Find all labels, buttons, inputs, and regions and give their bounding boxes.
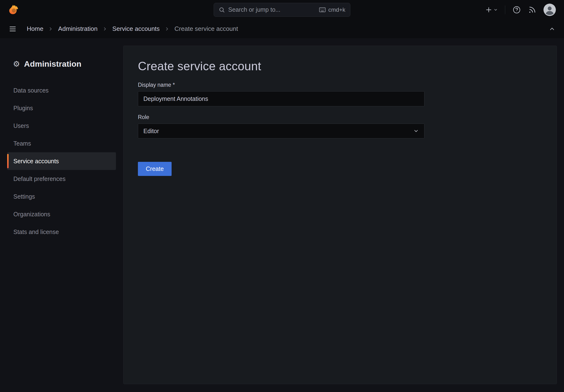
breadcrumb-current-page: Create service account	[175, 25, 238, 32]
content-area: ⚙ Administration Data sources Plugins Us…	[0, 38, 564, 392]
sidebar-item-organizations[interactable]: Organizations	[7, 205, 116, 223]
gear-icon: ⚙	[13, 59, 20, 69]
sidebar-item-teams[interactable]: Teams	[7, 135, 116, 152]
role-selected-value: Editor	[143, 128, 159, 135]
page-title: Create service account	[138, 59, 542, 73]
grafana-logo[interactable]	[8, 4, 19, 15]
chevron-down-icon	[413, 128, 419, 134]
sidebar-item-label: Teams	[14, 140, 31, 147]
search-box[interactable]: cmd+k	[214, 3, 350, 17]
display-name-input[interactable]	[138, 91, 425, 106]
search-icon	[219, 7, 225, 13]
sidebar-item-default-preferences[interactable]: Default preferences	[7, 170, 116, 188]
avatar[interactable]	[543, 4, 556, 16]
plus-icon	[485, 6, 493, 14]
chevron-right-icon	[48, 26, 53, 31]
help-icon	[512, 5, 521, 14]
sidebar-item-label: Data sources	[14, 87, 49, 94]
chevron-up-icon	[549, 26, 555, 32]
create-service-account-panel: Create service account Display name * Ro…	[123, 46, 557, 384]
role-select[interactable]: Editor	[138, 124, 425, 138]
sidebar-item-label: Plugins	[14, 105, 33, 112]
sidebar-header: ⚙ Administration	[7, 38, 116, 69]
sidebar-title: Administration	[24, 59, 82, 69]
top-bar: cmd+k	[0, 0, 564, 19]
user-icon	[543, 4, 556, 16]
breadcrumb-bar: Home Administration Service accounts Cre…	[0, 19, 564, 38]
help-button[interactable]	[512, 5, 521, 14]
breadcrumb-item-home: Home	[27, 25, 43, 32]
sidebar-item-users[interactable]: Users	[7, 117, 116, 135]
breadcrumb: Home Administration Service accounts Cre…	[27, 25, 238, 32]
role-field-group: Role Editor	[138, 114, 542, 138]
news-button[interactable]	[528, 6, 536, 14]
menu-toggle-button[interactable]	[9, 25, 17, 33]
sidebar-item-label: Organizations	[14, 211, 50, 218]
search-shortcut: cmd+k	[319, 6, 345, 13]
breadcrumb-item-administration: Administration	[58, 25, 97, 32]
sidebar-item-service-accounts[interactable]: Service accounts	[7, 152, 116, 170]
search-wrap: cmd+k	[214, 3, 350, 17]
grafana-flame-icon	[8, 4, 19, 15]
sidebar-item-plugins[interactable]: Plugins	[7, 99, 116, 117]
topbar-divider	[505, 5, 505, 14]
collapse-header-button[interactable]	[549, 26, 555, 32]
sidebar-item-data-sources[interactable]: Data sources	[7, 82, 116, 99]
sidebar-item-label: Service accounts	[14, 158, 59, 165]
sidebar-item-label: Stats and license	[14, 228, 59, 236]
search-input[interactable]	[228, 6, 316, 13]
administration-sidebar: ⚙ Administration Data sources Plugins Us…	[7, 38, 116, 241]
sidebar-nav: Data sources Plugins Users Teams Service…	[7, 82, 116, 241]
sidebar-item-stats-and-license[interactable]: Stats and license	[7, 223, 116, 241]
chevron-right-icon	[102, 26, 108, 31]
topbar-actions	[485, 4, 556, 16]
create-button[interactable]: Create	[138, 162, 172, 176]
add-menu-button[interactable]	[485, 6, 498, 14]
breadcrumb-link-administration[interactable]: Administration	[58, 25, 97, 32]
sidebar-item-label: Settings	[14, 193, 35, 200]
rss-icon	[528, 6, 536, 14]
sidebar-item-settings[interactable]: Settings	[7, 188, 116, 205]
menu-icon	[9, 25, 17, 33]
keyboard-icon	[319, 6, 326, 13]
display-name-label: Display name *	[138, 82, 542, 88]
breadcrumb-item-service-accounts: Service accounts	[112, 25, 160, 32]
chevron-right-icon	[165, 26, 170, 31]
search-shortcut-label: cmd+k	[328, 6, 345, 13]
chevron-down-icon	[494, 8, 498, 12]
sidebar-item-label: Users	[14, 122, 29, 129]
display-name-field-group: Display name *	[138, 82, 542, 106]
breadcrumb-link-service-accounts[interactable]: Service accounts	[112, 25, 160, 32]
sidebar-item-label: Default preferences	[14, 175, 66, 182]
breadcrumb-link-home[interactable]: Home	[27, 25, 43, 32]
role-label: Role	[138, 114, 542, 120]
